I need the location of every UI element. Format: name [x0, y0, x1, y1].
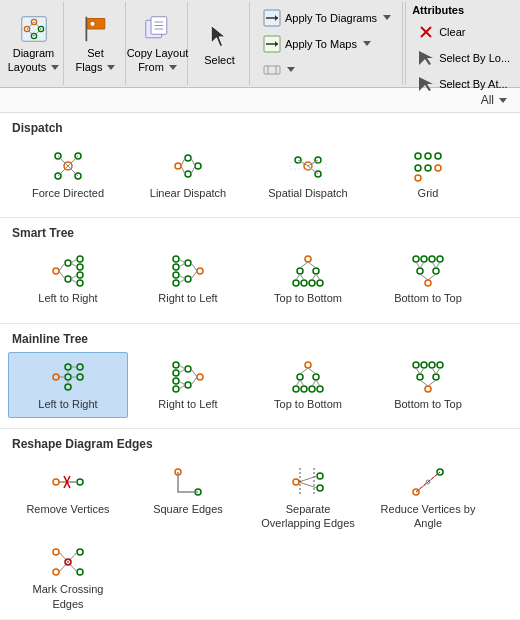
layout-item-smart-right-to-left[interactable]: Right to Left — [128, 246, 248, 312]
set-flags-button[interactable]: SetFlags — [69, 8, 123, 78]
more-options-button[interactable] — [258, 58, 396, 82]
svg-marker-28 — [419, 51, 433, 65]
layout-item-linear-dispatch[interactable]: Linear Dispatch — [128, 141, 248, 207]
svg-line-99 — [312, 274, 316, 280]
select-by-loc-button[interactable]: Select By Lo... — [412, 46, 515, 70]
mark-crossing-label: Mark Crossing Edges — [17, 582, 119, 611]
svg-point-66 — [77, 264, 83, 270]
section-title-dispatch: Dispatch — [0, 113, 520, 139]
layout-item-mainline-left-to-right[interactable]: Left to Right — [8, 352, 128, 418]
svg-point-157 — [437, 362, 443, 368]
svg-point-103 — [433, 268, 439, 274]
smart-right-to-left-label: Right to Left — [158, 291, 217, 305]
svg-marker-29 — [419, 77, 433, 91]
svg-point-115 — [65, 374, 71, 380]
layout-item-remove-vertices[interactable]: Remove Vertices — [8, 457, 128, 538]
svg-point-138 — [305, 362, 311, 368]
section-items-mainline-tree: Left to Right Right to Left — [0, 350, 520, 420]
svg-point-119 — [65, 384, 71, 390]
svg-point-10 — [89, 21, 94, 26]
layout-item-force-directed[interactable]: Force Directed — [8, 141, 128, 207]
svg-point-117 — [65, 364, 71, 370]
svg-point-127 — [185, 382, 191, 388]
svg-line-86 — [179, 275, 185, 279]
attributes-label: Attributes — [412, 4, 515, 16]
svg-point-40 — [185, 155, 191, 161]
layout-item-smart-top-to-bottom[interactable]: Top to Bottom — [248, 246, 368, 312]
svg-line-158 — [420, 380, 428, 386]
section-smart-tree: Smart Tree Left to Right — [0, 218, 520, 323]
layout-item-smart-bottom-to-top[interactable]: Bottom to Top — [368, 246, 488, 312]
svg-line-163 — [436, 368, 440, 374]
section-items-smart-tree: Left to Right Right to Left — [0, 244, 520, 314]
remove-vertices-icon — [50, 464, 86, 500]
svg-point-139 — [297, 374, 303, 380]
svg-point-64 — [65, 276, 71, 282]
diagram-layouts-icon — [18, 13, 50, 45]
copy-layout-group: Copy LayoutFrom — [128, 2, 188, 85]
svg-point-182 — [53, 549, 59, 555]
section-dispatch: Dispatch Force Directed Linear Dispatch — [0, 113, 520, 218]
svg-line-159 — [428, 380, 436, 386]
main-panel: Dispatch Force Directed Linear Dispatch — [0, 113, 520, 619]
clear-label: Clear — [439, 26, 465, 38]
svg-point-94 — [317, 280, 323, 286]
layout-item-mainline-right-to-left[interactable]: Right to Left — [128, 352, 248, 418]
svg-point-60 — [435, 165, 441, 171]
svg-line-45 — [191, 158, 195, 166]
apply-maps-label: Apply To Maps — [285, 38, 357, 50]
svg-point-42 — [195, 163, 201, 169]
copy-layout-button[interactable]: Copy LayoutFrom — [120, 8, 196, 78]
section-title-mainline-tree: Mainline Tree — [0, 324, 520, 350]
layout-item-mark-crossing[interactable]: Mark Crossing Edges — [8, 537, 128, 618]
force-directed-label: Force Directed — [32, 186, 104, 200]
svg-line-113 — [436, 262, 440, 268]
svg-point-107 — [437, 256, 443, 262]
svg-point-155 — [421, 362, 427, 368]
svg-point-125 — [197, 374, 203, 380]
svg-point-152 — [417, 374, 423, 380]
svg-point-126 — [185, 366, 191, 372]
reduce-vertices-label: Reduce Vertices by Angle — [377, 502, 479, 531]
select-button[interactable]: Select — [197, 15, 243, 72]
svg-line-109 — [428, 274, 436, 280]
svg-point-102 — [417, 268, 423, 274]
diagram-layouts-button[interactable]: DiagramLayouts — [1, 8, 67, 78]
svg-rect-23 — [264, 66, 280, 74]
svg-line-133 — [191, 377, 197, 385]
smart-top-to-bottom-label: Top to Bottom — [274, 291, 342, 305]
layout-item-smart-left-to-right[interactable]: Left to Right — [8, 246, 128, 312]
layout-item-reduce-vertices[interactable]: Reduce Vertices by Angle — [368, 457, 488, 538]
mainline-bottom-to-top-label: Bottom to Top — [394, 397, 462, 411]
svg-line-73 — [71, 275, 77, 279]
apply-diagrams-arrow — [383, 15, 391, 20]
svg-point-105 — [421, 256, 427, 262]
svg-point-172 — [317, 473, 323, 479]
apply-to-maps-button[interactable]: Apply To Maps — [258, 32, 396, 56]
section-items-reshape: Remove Vertices Square Edges Separate Ov… — [0, 455, 520, 619]
apply-group: Apply To Diagrams Apply To Maps — [252, 2, 403, 85]
svg-line-137 — [179, 385, 185, 389]
layout-item-separate-overlapping[interactable]: Separate Overlapping Edges — [248, 457, 368, 538]
svg-line-132 — [191, 369, 197, 377]
filter-arrow — [499, 98, 507, 103]
svg-line-71 — [71, 259, 77, 263]
layout-item-spatial-dispatch[interactable]: Spatial Dispatch — [248, 141, 368, 207]
svg-point-67 — [77, 272, 83, 278]
svg-line-72 — [71, 263, 77, 267]
attributes-section: Attributes Clear Select By Lo... Select … — [405, 2, 519, 85]
clear-button[interactable]: Clear — [412, 20, 515, 44]
layout-item-square-edges[interactable]: Square Edges — [128, 457, 248, 538]
svg-point-141 — [293, 386, 299, 392]
mainline-bottom-to-top-icon — [410, 359, 446, 395]
svg-point-77 — [185, 276, 191, 282]
layout-item-mainline-top-to-bottom[interactable]: Top to Bottom — [248, 352, 368, 418]
apply-to-diagrams-button[interactable]: Apply To Diagrams — [258, 6, 396, 30]
svg-point-88 — [305, 256, 311, 262]
select-icon — [204, 20, 236, 52]
filter-dropdown[interactable]: All — [476, 91, 512, 109]
layout-item-grid[interactable]: Grid — [368, 141, 488, 207]
svg-point-78 — [173, 256, 179, 262]
layout-item-mainline-bottom-to-top[interactable]: Bottom to Top — [368, 352, 488, 418]
svg-line-85 — [179, 263, 185, 267]
